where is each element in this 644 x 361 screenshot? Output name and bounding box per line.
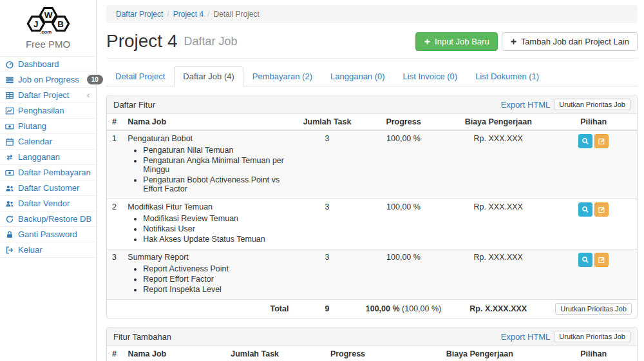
tab-pembayaran[interactable]: Pembayaran (2) <box>243 66 321 86</box>
plus-icon <box>424 38 431 45</box>
tasks-icon <box>5 75 14 84</box>
tab-list-invoice[interactable]: List Invoice (0) <box>394 66 467 86</box>
svg-text:J: J <box>33 19 38 29</box>
sidebar-item-label: Daftar Customer <box>18 183 79 193</box>
breadcrumb-project-4[interactable]: Project 4 <box>173 10 204 19</box>
row-number: 1 <box>107 130 122 199</box>
edit-job-button[interactable] <box>594 202 609 217</box>
edit-icon <box>598 206 605 213</box>
table-row: 1 Pengaturan Bobot Pengaturan Nilai Temu… <box>107 130 637 199</box>
urutkan-prioritas-job-button[interactable]: Urutkan Prioritas Job <box>554 331 630 342</box>
fitur-tambahan-table: # Nama Job Jumlah Task Progress Biaya Pe… <box>107 346 637 361</box>
sidebar-item-label: Calendar <box>18 137 52 146</box>
sidebar-item-backup-restore[interactable]: Backup/Restore DB <box>0 211 96 227</box>
plus-icon <box>510 38 517 45</box>
view-job-button[interactable] <box>578 202 592 217</box>
subtask-item: Pengaturan Angka Minimal Temuan per Ming… <box>143 155 289 175</box>
sidebar-item-daftar-customer[interactable]: Daftar Customer <box>0 180 96 196</box>
edit-job-button[interactable] <box>594 134 609 148</box>
chevron-left-icon: ‹ <box>87 90 91 100</box>
sidebar-item-daftar-project[interactable]: Daftar Project ‹ <box>0 88 96 103</box>
urutkan-prioritas-job-button[interactable]: Urutkan Prioritas Job <box>554 99 630 110</box>
table-row: 2 Modifikasi Fitur Temuan Modifikasi Rev… <box>107 199 637 249</box>
subtask-list: Report Activeness Point Report Effort Fa… <box>143 264 289 295</box>
col-pilihan: Pilihan <box>550 114 637 130</box>
col-jumlah-task: Jumlah Task <box>223 346 287 361</box>
panel-heading: Fitur Tambahan Export HTML Urutkan Prior… <box>107 327 637 346</box>
export-html-link[interactable]: Export HTML <box>501 100 551 110</box>
progress-value: 100,00 % <box>361 130 446 199</box>
sidebar-item-ganti-password[interactable]: Ganti Password <box>0 227 96 242</box>
input-job-baru-button[interactable]: Input Job Baru <box>415 32 498 51</box>
breadcrumb-current: Detail Project <box>213 10 259 19</box>
edit-icon <box>598 137 605 145</box>
job-name: Modifikasi Fitur Temuan <box>128 202 289 211</box>
urutkan-prioritas-job-button[interactable]: Urutkan Prioritas Job <box>555 303 632 315</box>
svg-text:W: W <box>44 10 52 20</box>
col-nama-job: Nama Job <box>122 114 294 130</box>
sign-out-icon <box>5 246 14 255</box>
col-progress: Progress <box>287 346 410 361</box>
sidebar-item-langganan[interactable]: Langganan <box>0 150 96 165</box>
subtask-item: Pengaturan Nilai Temuan <box>143 145 289 155</box>
total-label: Total <box>122 300 294 318</box>
breadcrumb: Daftar Project/Project 4/Detail Project <box>106 5 638 23</box>
table-row: 3 Summary Report Report Activeness Point… <box>107 249 637 300</box>
line-chart-icon <box>5 106 14 115</box>
col-pilihan: Pilihan <box>550 346 637 361</box>
view-job-button[interactable] <box>578 253 592 267</box>
biaya-value: Rp. XXX.XXX <box>446 249 550 300</box>
panel-daftar-fitur: Daftar Fitur Export HTML Urutkan Priorit… <box>106 95 638 318</box>
search-icon <box>582 206 589 213</box>
subtask-item: Modifikasi Review Temuan <box>143 213 289 224</box>
col-progress: Progress <box>361 114 446 130</box>
subtask-item: Report Activeness Point <box>143 264 289 274</box>
col-biaya-pengerjaan: Biaya Pengerjaan <box>446 114 550 130</box>
users-icon <box>5 199 14 208</box>
progress-value: 100,00 % <box>361 199 446 249</box>
sidebar-item-label: Penghasilan <box>18 106 64 115</box>
view-job-button[interactable] <box>578 134 592 148</box>
sidebar-item-daftar-pembayaran[interactable]: Daftar Pembayaran <box>0 165 96 180</box>
subtask-list: Pengaturan Nilai Temuan Pengaturan Angka… <box>143 145 289 194</box>
tab-list-dokumen[interactable]: List Dokumen (1) <box>466 66 548 86</box>
job-name: Summary Report <box>128 253 289 262</box>
search-icon <box>582 137 589 145</box>
subtask-item: Hak Akses Update Status Temuan <box>143 234 289 244</box>
page-title: Project 4 <box>106 31 178 52</box>
export-html-link[interactable]: Export HTML <box>501 332 551 342</box>
biaya-value: Rp. XXX.XXX <box>446 199 550 249</box>
sidebar-item-job-on-progress[interactable]: Job on Progress 10 <box>0 72 96 88</box>
sidebar-item-label: Job on Progress <box>18 75 79 84</box>
tab-daftar-job[interactable]: Daftar Job (4) <box>174 66 243 86</box>
daftar-fitur-table: # Nama Job Jumlah Task Progress Biaya Pe… <box>107 114 637 318</box>
sidebar-item-label: Ganti Password <box>18 229 77 239</box>
svg-text:.com: .com <box>40 29 52 35</box>
lock-icon <box>5 230 14 239</box>
page-header: Project 4 Daftar Job Input Job Baru Tamb… <box>106 23 638 59</box>
tambah-job-dari-project-lain-button[interactable]: Tambah Job dari Project Lain <box>502 32 638 51</box>
panel-title: Fitur Tambahan <box>113 332 171 342</box>
table-header-row: # Nama Job Jumlah Task Progress Biaya Pe… <box>107 346 637 361</box>
sidebar-item-label: Daftar Vendor <box>18 199 70 208</box>
total-tasks: 9 <box>294 300 360 318</box>
tab-detail-project[interactable]: Detail Project <box>106 66 174 86</box>
edit-job-button[interactable] <box>594 253 609 267</box>
sidebar-item-dashboard[interactable]: Dashboard <box>0 57 96 72</box>
jumlah-task-value: 3 <box>294 249 360 300</box>
panel-heading: Daftar Fitur Export HTML Urutkan Priorit… <box>107 95 637 114</box>
repeat-icon <box>5 153 14 162</box>
tab-bar: Detail Project Daftar Job (4) Pembayaran… <box>106 66 638 86</box>
subtask-item: Notifikasi User <box>143 224 289 234</box>
subtask-list: Modifikasi Review Temuan Notifikasi User… <box>143 213 289 244</box>
tab-langganan[interactable]: Langganan (0) <box>321 66 394 86</box>
col-biaya-pengerjaan: Biaya Pengerjaan <box>409 346 550 361</box>
sidebar-item-penghasilan[interactable]: Penghasilan <box>0 103 96 119</box>
sidebar-item-piutang[interactable]: Piutang <box>0 119 96 134</box>
sidebar-item-daftar-vendor[interactable]: Daftar Vendor <box>0 196 96 211</box>
sidebar-item-calendar[interactable]: Calendar <box>0 134 96 150</box>
breadcrumb-daftar-project[interactable]: Daftar Project <box>116 10 163 19</box>
sidebar-item-keluar[interactable]: Keluar <box>0 242 96 258</box>
row-number: 3 <box>107 249 122 300</box>
col-nama-job: Nama Job <box>123 346 223 361</box>
